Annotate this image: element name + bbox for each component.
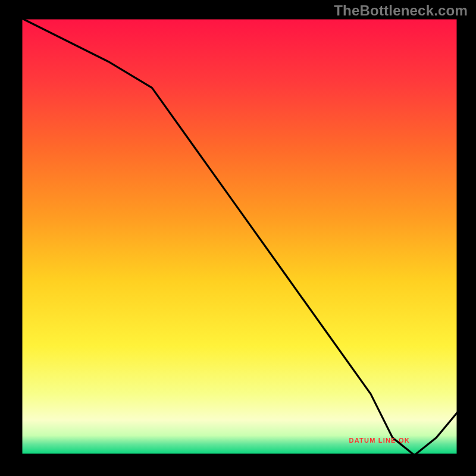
chart-svg: DATUM LINE OK [0,0,476,476]
watermark-text: TheBottleneck.com [334,2,468,19]
plot-background [21,18,458,455]
chart-container: TheBottleneck.com DATUM LINE OK [0,0,476,476]
datum-label: DATUM LINE OK [349,437,410,444]
